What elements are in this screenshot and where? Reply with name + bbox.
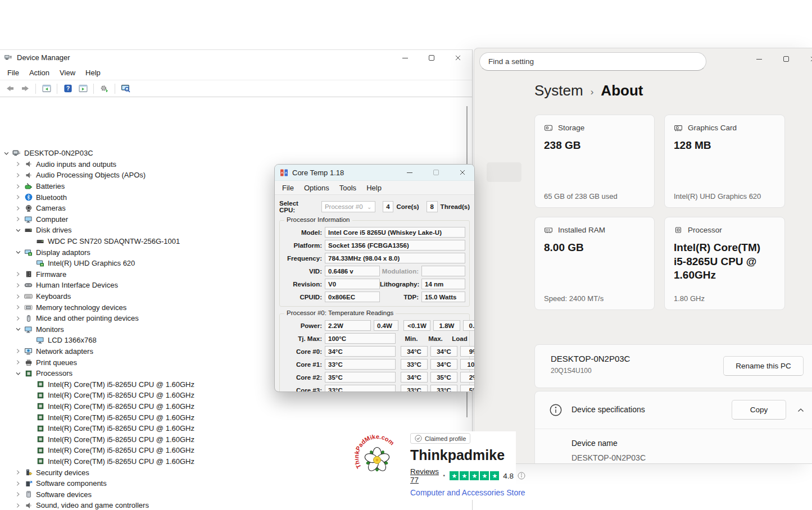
- show-action-pane-button[interactable]: [76, 82, 90, 95]
- maximize-icon[interactable]: [418, 50, 444, 65]
- tree-item-label: LCD 1366x768: [48, 336, 97, 344]
- device-specifications-header[interactable]: Device specifications Copy: [535, 391, 812, 429]
- tree-item-label: Cameras: [36, 204, 66, 212]
- menu-item-view[interactable]: View: [55, 66, 80, 79]
- tjmax-label: Tj. Max:: [284, 335, 322, 342]
- close-icon[interactable]: [454, 165, 471, 180]
- chevron-right-icon[interactable]: [13, 203, 22, 213]
- copy-button[interactable]: Copy: [732, 400, 786, 420]
- chevron-right-icon[interactable]: [13, 170, 22, 180]
- tree-item[interactable]: Intel(R) Core(TM) i5-8265U CPU @ 1.60GHz: [0, 401, 464, 412]
- menu-item-help[interactable]: Help: [80, 66, 106, 79]
- speaker-icon: [24, 501, 33, 510]
- model-value: Intel Core i5 8265U (Whiskey Lake-U): [325, 227, 465, 238]
- menu-item-help[interactable]: Help: [361, 182, 387, 194]
- chevron-down-icon[interactable]: [13, 248, 22, 257]
- group-title: Processor Information: [284, 216, 352, 223]
- device-manager-titlebar[interactable]: Device Manager: [0, 50, 472, 65]
- show-console-tree-button[interactable]: [39, 82, 53, 95]
- close-icon[interactable]: [800, 50, 812, 68]
- tree-spacer: [25, 445, 34, 455]
- back-button[interactable]: [3, 82, 17, 95]
- rating-value: 4.8: [503, 472, 514, 480]
- menu-item-options[interactable]: Options: [299, 182, 334, 194]
- chevron-right-icon[interactable]: [13, 468, 22, 477]
- device-specifications-card: Device specifications Copy Device name D…: [534, 391, 812, 464]
- reviews-link[interactable]: Reviews 77: [410, 467, 439, 484]
- revision-value: V0: [325, 279, 380, 289]
- minimize-icon[interactable]: [392, 50, 418, 65]
- chevron-down-icon[interactable]: [13, 368, 22, 378]
- chevron-right-icon: ›: [591, 84, 594, 98]
- chevron-right-icon[interactable]: [13, 160, 22, 169]
- search-input[interactable]: [479, 52, 706, 71]
- chevron-right-icon[interactable]: [13, 313, 22, 323]
- tree-item-label: Keyboards: [36, 292, 71, 300]
- menu-item-file[interactable]: File: [277, 182, 299, 194]
- tree-spacer: [25, 390, 34, 400]
- processor-icon: [35, 391, 45, 400]
- core-temp-titlebar[interactable]: Core Temp 1.18: [275, 165, 474, 181]
- chevron-right-icon[interactable]: [13, 479, 22, 488]
- chevron-right-icon[interactable]: [13, 215, 22, 224]
- star-icon: ★: [450, 471, 459, 480]
- chevron-right-icon[interactable]: [13, 347, 22, 356]
- legacy-hardware-button[interactable]: [119, 82, 133, 95]
- tree-item-label: Sound, video and game controllers: [36, 501, 149, 509]
- maximize-icon[interactable]: [428, 165, 444, 180]
- card-caption: Speed: 2400 MT/s: [544, 294, 604, 303]
- monitor-icon: [35, 336, 45, 345]
- star-icon: ★: [470, 471, 479, 480]
- chevron-up-icon[interactable]: [796, 406, 805, 414]
- tree-spacer: [25, 413, 34, 422]
- page-title: About: [601, 82, 643, 99]
- store-category-link[interactable]: Computer and Accessories Store: [410, 488, 525, 497]
- chevron-right-icon[interactable]: [13, 292, 22, 301]
- speaker-icon: [24, 160, 33, 169]
- tree-item-label: Intel(R) Core(TM) i5-8265U CPU @ 1.60GHz: [48, 457, 194, 466]
- tree-spacer: [25, 380, 34, 389]
- chevron-down-icon[interactable]: [13, 325, 22, 334]
- chevron-down-icon[interactable]: [13, 225, 22, 235]
- tree-item-label: Human Interface Devices: [36, 281, 118, 289]
- breadcrumb-system[interactable]: System: [534, 82, 583, 99]
- tree-item-label: Intel(R) Core(TM) i5-8265U CPU @ 1.60GHz: [48, 435, 194, 444]
- chevron-right-icon[interactable]: [13, 181, 22, 191]
- core-stat-box: 34°C: [401, 346, 428, 357]
- card-caption: 1.80 GHz: [674, 294, 705, 303]
- spec-card: Installed RAM8.00 GBSpeed: 2400 MT/s: [534, 217, 655, 310]
- close-icon[interactable]: [444, 50, 471, 65]
- chevron-right-icon[interactable]: [13, 490, 22, 499]
- card-title: Graphics Card: [688, 124, 737, 132]
- power-col-box: 0.5W: [463, 320, 475, 331]
- minimize-icon[interactable]: [401, 165, 418, 180]
- tree-item[interactable]: DESKTOP-0N2P03C: [0, 148, 464, 159]
- chevron-down-icon[interactable]: [1, 148, 11, 158]
- tree-item-label: Batteries: [36, 182, 65, 190]
- help-button[interactable]: ?: [61, 82, 75, 95]
- tree-item-label: Disk drives: [36, 226, 72, 234]
- core-label: Core #1:: [284, 361, 322, 368]
- rename-pc-button[interactable]: Rename this PC: [723, 356, 804, 376]
- chevron-right-icon[interactable]: [13, 500, 22, 510]
- tree-item[interactable]: Sound, video and game controllers: [0, 500, 464, 510]
- menu-item-action[interactable]: Action: [24, 66, 55, 79]
- chevron-right-icon[interactable]: [13, 358, 22, 367]
- chevron-right-icon[interactable]: [13, 303, 22, 312]
- chevron-right-icon[interactable]: [13, 193, 22, 202]
- scan-hardware-changes-button[interactable]: [97, 82, 111, 95]
- menu-item-tools[interactable]: Tools: [334, 182, 361, 194]
- menu-item-file[interactable]: File: [2, 66, 24, 79]
- tree-item[interactable]: Intel(R) Core(TM) i5-8265U CPU @ 1.60GHz: [0, 412, 464, 423]
- cpu-selector-dropdown[interactable]: Processor #0 ⌄: [321, 201, 375, 212]
- maximize-icon[interactable]: [773, 50, 800, 68]
- forward-button[interactable]: [18, 82, 32, 95]
- tree-item-label: Software components: [36, 479, 107, 488]
- threads-label: Thread(s): [441, 203, 470, 210]
- minimize-icon[interactable]: [746, 50, 773, 68]
- tree-spacer: [25, 335, 34, 345]
- chevron-right-icon[interactable]: [13, 280, 22, 290]
- tree-spacer: [25, 236, 34, 246]
- chevron-right-icon[interactable]: [13, 270, 22, 279]
- tree-item-label: Memory technology devices: [36, 303, 126, 312]
